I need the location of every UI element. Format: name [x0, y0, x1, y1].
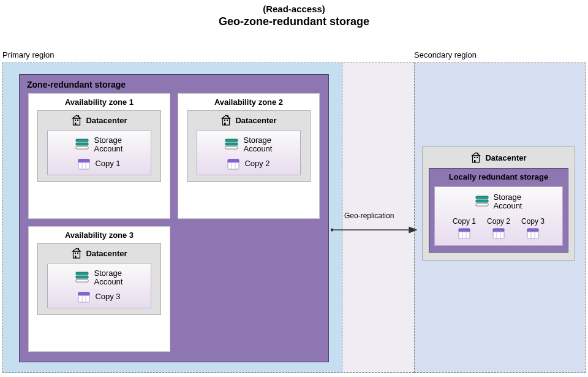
primary-region-label: Primary region: [2, 50, 55, 59]
az3-copy-label: Copy 3: [95, 292, 120, 301]
storage-account-label: Storage Account: [243, 136, 272, 154]
storage-account-icon: [225, 139, 238, 151]
locally-redundant-storage-box: Locally redundant storage Storage Accoun…: [429, 168, 568, 253]
lrs-title: Locally redundant storage: [434, 172, 563, 181]
geo-replication-arrow: [331, 221, 423, 239]
copy-icon: [227, 159, 239, 170]
storage-account-label: Storage Account: [494, 193, 522, 211]
storage-account-icon: [75, 272, 89, 284]
secondary-region: Datacenter Locally redundant storage Sto…: [414, 63, 586, 373]
storage-account-label: Storage Account: [94, 136, 123, 154]
primary-region: Zone-redundant storage Availability zone…: [2, 63, 342, 373]
zrs-title: Zone-redundant storage: [20, 75, 328, 93]
datacenter-label: Datacenter: [485, 153, 526, 162]
az3-datacenter: Datacenter Storage Account Copy 3: [37, 243, 161, 315]
secondary-copy-1: Copy 1: [453, 217, 476, 239]
az3-title: Availability zone 3: [65, 230, 134, 240]
az2-storage-card: Storage Account Copy 2: [197, 131, 301, 175]
datacenter-icon: [221, 115, 232, 126]
az2-datacenter: Datacenter Storage Account Copy 2: [187, 110, 311, 182]
geo-replication-label: Geo-replication: [344, 211, 394, 220]
datacenter-icon: [71, 115, 82, 126]
copy-icon: [458, 228, 470, 239]
datacenter-icon: [470, 152, 481, 163]
az3-storage-card: Storage Account Copy 3: [47, 264, 151, 308]
az1-storage-card: Storage Account Copy 1: [47, 131, 151, 175]
az1-datacenter: Datacenter Storage Account Copy 1: [37, 110, 161, 182]
datacenter-label: Datacenter: [235, 116, 276, 125]
diagram-title: (Read-access) Geo-zone-redundant storage: [0, 0, 588, 28]
secondary-datacenter: Datacenter Locally redundant storage Sto…: [422, 147, 575, 261]
copy-icon: [78, 159, 90, 170]
az2-copy-label: Copy 2: [244, 159, 270, 168]
secondary-copy-2: Copy 2: [487, 217, 510, 239]
az1-title: Availability zone 1: [65, 97, 134, 107]
storage-account-label: Storage Account: [94, 269, 123, 287]
title-main: Geo-zone-redundant storage: [0, 15, 588, 28]
secondary-copy-3: Copy 3: [521, 217, 545, 239]
datacenter-label: Datacenter: [86, 116, 127, 125]
availability-zone-1: Availability zone 1 Datacenter Storage A…: [28, 93, 170, 219]
copy-label: Copy 3: [521, 217, 545, 226]
az2-title: Availability zone 2: [214, 97, 283, 107]
copy-label: Copy 1: [453, 217, 476, 226]
availability-zone-2: Availability zone 2 Datacenter Storage A…: [178, 93, 320, 219]
copy-label: Copy 2: [487, 217, 510, 226]
availability-zone-3: Availability zone 3 Datacenter Storage A…: [28, 226, 170, 352]
az1-copy-label: Copy 1: [95, 159, 120, 168]
datacenter-icon: [71, 248, 82, 259]
copy-icon: [527, 228, 539, 239]
zone-redundant-storage-box: Zone-redundant storage Availability zone…: [19, 74, 329, 362]
copy-icon: [78, 292, 90, 303]
svg-point-14: [331, 229, 333, 232]
title-super: (Read-access): [0, 4, 588, 14]
lrs-storage-card: Storage Account Copy 1 Copy 2 Copy 3: [434, 186, 563, 246]
storage-account-icon: [475, 196, 489, 208]
datacenter-label: Datacenter: [86, 249, 127, 258]
storage-account-icon: [75, 139, 89, 151]
secondary-region-label: Secondary region: [414, 50, 477, 59]
copy-icon: [492, 228, 505, 239]
